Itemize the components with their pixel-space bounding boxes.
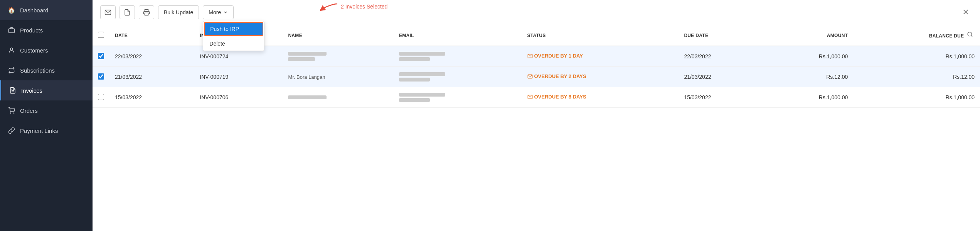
status-email-icon [527, 74, 533, 80]
sidebar-item-payment-links[interactable]: Payment Links [0, 121, 93, 141]
status-email-icon [527, 53, 533, 60]
row-name [283, 87, 394, 108]
email-button[interactable] [100, 5, 116, 19]
status-email-icon [527, 94, 533, 101]
row-checkbox[interactable] [98, 53, 104, 59]
row-checkbox-cell[interactable] [93, 87, 109, 108]
table-row: 21/03/2022 INV-000719 Mr. Bora Langan [93, 67, 980, 87]
row-due-date: 15/03/2022 [679, 87, 763, 108]
sidebar: 🏠 Dashboard Products Customers Subscript… [0, 0, 93, 231]
row-email [394, 46, 522, 67]
select-all-checkbox[interactable] [98, 32, 104, 38]
row-checkbox[interactable] [98, 73, 104, 80]
subscriptions-icon [8, 66, 15, 74]
arrow-annotation: 2 Invoices Selected [320, 1, 387, 12]
row-invoice: INV-000706 [194, 87, 283, 108]
print-button[interactable] [139, 5, 154, 19]
invoices-icon [9, 87, 17, 94]
row-checkbox[interactable] [98, 94, 104, 100]
push-to-irp-item[interactable]: Push to IRP [204, 22, 263, 36]
sidebar-item-label: Invoices [21, 87, 42, 94]
row-amount: Rs.1,000.00 [764, 46, 854, 67]
payment-links-icon [8, 127, 15, 134]
sidebar-item-label: Subscriptions [20, 67, 55, 74]
row-name [283, 46, 394, 67]
orders-icon [8, 107, 15, 114]
col-balance-due: BALANCE DUE [853, 25, 980, 46]
svg-line-9 [971, 36, 972, 37]
more-dropdown-wrapper: More Push to IRP Delete [203, 5, 234, 19]
chevron-down-icon [223, 10, 228, 15]
table-row: 15/03/2022 INV-000706 [93, 87, 980, 108]
svg-point-8 [968, 32, 972, 36]
customers-icon [8, 46, 15, 54]
bulk-update-button[interactable]: Bulk Update [158, 5, 199, 19]
sidebar-item-subscriptions[interactable]: Subscriptions [0, 60, 93, 80]
row-balance-due: Rs.1,000.00 [853, 46, 980, 67]
row-status: OVERDUE BY 1 DAY [522, 46, 679, 67]
col-email: EMAIL [394, 25, 522, 46]
table-search-button[interactable] [965, 30, 975, 41]
col-due-date: DUE DATE [679, 25, 763, 46]
invoices-table-container: DATE INVOICE# NAME EMAIL STATUS DUE DATE… [93, 25, 980, 231]
sidebar-item-label: Customers [20, 47, 48, 54]
row-amount: Rs.12.00 [764, 67, 854, 87]
toolbar: Bulk Update More Push to IRP Delete [93, 0, 980, 25]
sidebar-item-orders[interactable]: Orders [0, 100, 93, 121]
sidebar-item-label: Payment Links [20, 127, 58, 134]
svg-point-1 [10, 48, 13, 50]
row-checkbox-cell[interactable] [93, 46, 109, 67]
arrow-icon [320, 1, 339, 12]
products-icon [8, 26, 15, 34]
sidebar-item-label: Orders [20, 107, 38, 114]
col-date: DATE [109, 25, 194, 46]
more-button[interactable]: More [203, 5, 234, 19]
svg-rect-0 [9, 29, 15, 33]
row-due-date: 21/03/2022 [679, 67, 763, 87]
row-date: 15/03/2022 [109, 87, 194, 108]
pdf-button[interactable] [120, 5, 135, 19]
select-all-header[interactable] [93, 25, 109, 46]
col-status: STATUS [522, 25, 679, 46]
row-email [394, 67, 522, 87]
sidebar-item-label: Products [20, 27, 43, 34]
col-name: NAME [283, 25, 394, 46]
sidebar-item-products[interactable]: Products [0, 20, 93, 40]
svg-point-5 [13, 113, 14, 114]
row-name: Mr. Bora Langan [283, 67, 394, 87]
svg-point-4 [10, 113, 11, 114]
row-date: 22/03/2022 [109, 46, 194, 67]
svg-rect-7 [145, 13, 148, 15]
row-email [394, 87, 522, 108]
selected-text: 2 Invoices Selected [341, 3, 387, 10]
main-content: Bulk Update More Push to IRP Delete [93, 0, 980, 231]
sidebar-item-dashboard[interactable]: 🏠 Dashboard [0, 0, 93, 20]
row-invoice: INV-000719 [194, 67, 283, 87]
row-balance-due: Rs.1,000.00 [853, 87, 980, 108]
row-status: OVERDUE BY 8 DAYS [522, 87, 679, 108]
dashboard-icon: 🏠 [8, 6, 15, 14]
delete-item[interactable]: Delete [203, 37, 264, 51]
sidebar-item-label: Dashboard [20, 7, 48, 14]
sidebar-item-customers[interactable]: Customers [0, 40, 93, 60]
close-button[interactable]: ✕ [959, 6, 972, 19]
row-balance-due: Rs.12.00 [853, 67, 980, 87]
row-date: 21/03/2022 [109, 67, 194, 87]
row-due-date: 22/03/2022 [679, 46, 763, 67]
sidebar-item-invoices[interactable]: Invoices [0, 80, 93, 100]
col-amount: AMOUNT [764, 25, 854, 46]
row-amount: Rs.1,000.00 [764, 87, 854, 108]
more-dropdown-menu: Push to IRP Delete [203, 21, 264, 51]
row-checkbox-cell[interactable] [93, 67, 109, 87]
row-status: OVERDUE BY 2 DAYS [522, 67, 679, 87]
